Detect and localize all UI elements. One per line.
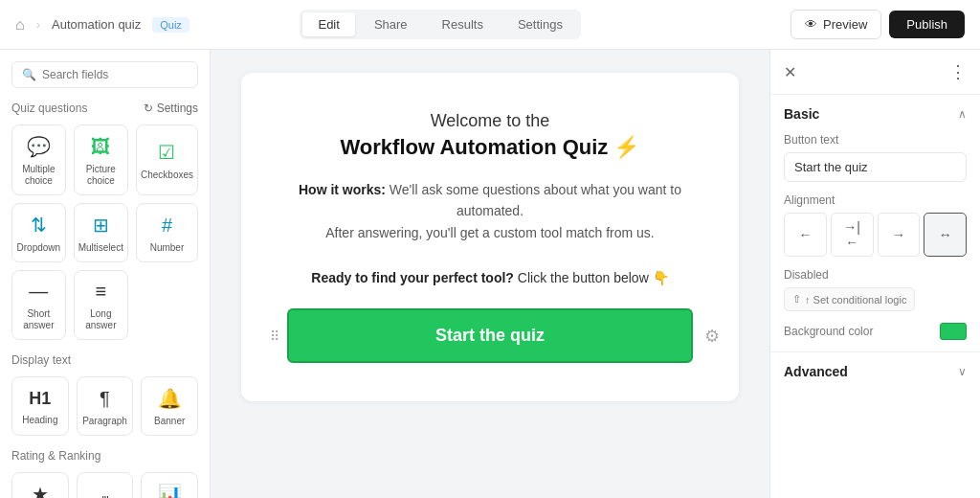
align-left-button[interactable]: ← [784,213,827,257]
number-label: Number [150,242,185,254]
search-box[interactable]: 🔍 [11,61,198,88]
display-text-title: Display text [11,353,71,367]
basic-section: Basic ∧ Button text Alignment ← →|← → ↔ … [770,95,980,352]
chevron-down-icon: ∨ [958,365,967,378]
display-items-grid: H1 Heading ¶ Paragraph 🔔 Banner [11,376,198,436]
quiz-questions-title: Quiz questions [11,102,87,115]
slider-item[interactable]: ||| Slider [77,472,134,498]
breadcrumb-title: Automation quiz [52,17,141,32]
basic-section-header[interactable]: Basic ∧ [784,106,967,122]
advanced-title: Advanced [784,364,848,379]
star-rating-icon: ★ [32,483,49,498]
dropdown-icon: ⇅ [31,214,47,237]
search-input[interactable] [42,68,188,81]
left-sidebar: 🔍 Quiz questions ↻ Settings 💬 Multiple c… [0,50,211,498]
top-nav: ⌂ › Automation quiz Quiz Edit Share Resu… [0,0,980,50]
rating-ranking-title: Rating & Ranking [11,449,100,463]
opinion-scale-icon: 📊 [158,483,182,498]
checkboxes-icon: ☑ [158,141,175,164]
paragraph-item[interactable]: ¶ Paragraph [77,376,134,436]
quiz-questions-header: Quiz questions ↻ Settings [11,102,198,115]
button-text-input[interactable] [784,152,967,182]
picture-choice-icon: 🖼 [91,136,110,158]
paragraph-label: Paragraph [82,416,127,427]
picture-choice-item[interactable]: 🖼 Picture choice [74,124,128,195]
drag-handle-icon[interactable]: ⠿ [270,328,279,344]
advanced-section-header[interactable]: Advanced ∨ [784,364,967,379]
preview-button[interactable]: 👁 Preview [791,10,881,39]
alignment-label: Alignment [784,193,967,207]
quiz-main-title: Workflow Automation Quiz ⚡ [287,135,693,160]
heading-item[interactable]: H1 Heading [11,376,69,436]
dropdown-label: Dropdown [17,242,61,254]
opinion-scale-item[interactable]: 📊 Opinion scale [141,472,198,498]
tab-results[interactable]: Results [427,12,499,36]
tab-share[interactable]: Share [359,12,423,36]
settings-link[interactable]: ↻ Settings [144,102,198,115]
color-swatch[interactable] [940,323,967,340]
dropdown-item[interactable]: ⇅ Dropdown [11,203,66,262]
conditional-icon: ⇧ [792,293,801,306]
banner-icon: 🔔 [158,387,182,410]
multiple-choice-item[interactable]: 💬 Multiple choice [11,124,66,195]
long-answer-icon: ≡ [96,281,107,303]
nav-tabs: Edit Share Results Settings [300,10,580,39]
home-icon[interactable]: ⌂ [15,16,25,34]
quiz-description: How it works: We'll ask some questions a… [287,179,693,243]
breadcrumb-badge: Quiz [152,17,189,33]
paragraph-icon: ¶ [100,388,110,410]
basic-title: Basic [784,106,819,122]
quiz-cta-text: Ready to find your perfect tool? Click t… [287,270,693,285]
chevron-up-icon: ∧ [958,107,967,121]
multiple-choice-label: Multiple choice [16,164,61,187]
more-options-icon[interactable]: ⋮ [949,61,967,82]
start-quiz-button[interactable]: Start the quiz [287,308,693,363]
right-panel: ✕ ⋮ Basic ∧ Button text Alignment ← →|← … [769,50,980,498]
short-answer-icon: — [29,281,48,303]
quiz-card: Welcome to the Workflow Automation Quiz … [241,73,739,401]
publish-button[interactable]: Publish [889,11,965,38]
tab-edit[interactable]: Edit [302,12,354,36]
banner-label: Banner [154,416,185,427]
heading-label: Heading [22,415,57,426]
short-answer-label: Short answer [16,308,61,331]
rating-items-grid: ★ Star Rating ||| Slider 📊 Opinion scale [11,472,198,498]
align-stretch-button[interactable]: ↔ [924,213,967,257]
advanced-section: Advanced ∨ [770,352,980,391]
display-text-header: Display text [11,353,198,367]
multiselect-item[interactable]: ⊞ Multiselect [74,203,128,262]
set-conditional-logic-button[interactable]: ⇧ ↑ Set conditional logic [784,287,915,311]
button-wrapper: ⠿ Start the quiz ⚙ [287,308,693,363]
checkboxes-item[interactable]: ☑ Checkboxes [136,124,198,195]
breadcrumb-separator: › [36,17,40,32]
button-text-label: Button text [784,133,967,147]
checkboxes-label: Checkboxes [141,170,193,181]
canvas-area: Welcome to the Workflow Automation Quiz … [211,50,769,498]
multiple-choice-icon: 💬 [27,135,51,158]
heading-icon: H1 [29,389,51,409]
gear-icon[interactable]: ⚙ [704,326,720,347]
banner-item[interactable]: 🔔 Banner [141,376,198,436]
close-icon[interactable]: ✕ [784,63,796,81]
long-answer-item[interactable]: ≡ Long answer [74,270,128,340]
eye-icon: 👁 [805,17,817,32]
disabled-row: ⇧ ↑ Set conditional logic [784,287,967,311]
quiz-items-grid: 💬 Multiple choice 🖼 Picture choice ☑ Che… [11,124,198,340]
alignment-group: ← →|← → ↔ [784,213,967,257]
star-rating-item[interactable]: ★ Star Rating [11,472,69,498]
tab-settings[interactable]: Settings [502,12,578,36]
align-right-button[interactable]: → [878,213,921,257]
picture-choice-label: Picture choice [78,164,123,187]
short-answer-item[interactable]: — Short answer [11,270,66,340]
quiz-welcome-text: Welcome to the [287,111,693,131]
disabled-label: Disabled [784,268,967,282]
main-layout: 🔍 Quiz questions ↻ Settings 💬 Multiple c… [0,50,980,498]
number-item[interactable]: # Number [136,203,198,262]
slider-icon: ||| [101,493,108,499]
multiselect-icon: ⊞ [93,214,109,237]
align-center-compress-button[interactable]: →|← [831,213,874,257]
multiselect-label: Multiselect [78,242,123,254]
long-answer-label: Long answer [78,308,123,331]
panel-header: ✕ ⋮ [770,50,980,95]
bg-color-row: Background color [784,323,967,340]
